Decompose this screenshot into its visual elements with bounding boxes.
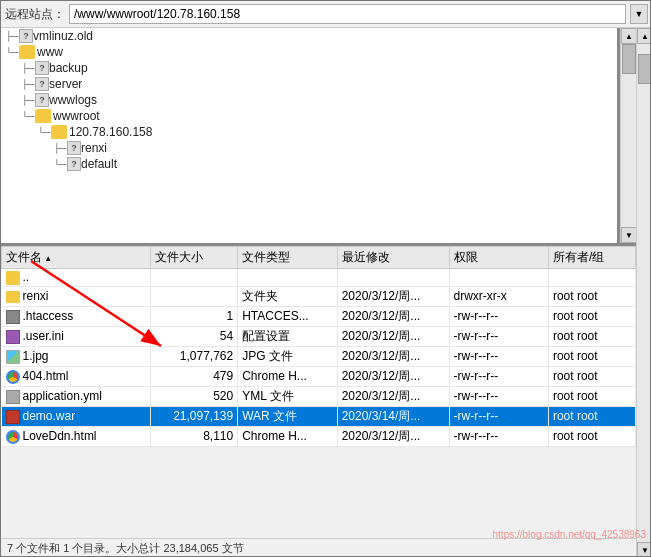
cell-filename: renxi	[2, 286, 151, 306]
file-list-scroll[interactable]: 文件名 文件大小 文件类型 最近修改 权限 所有者/组 ..renxi文件夹20…	[1, 246, 636, 538]
filename-text: demo.war	[23, 409, 76, 423]
filename-text: .user.ini	[23, 329, 64, 343]
remote-path-bar: 远程站点： ▼	[1, 1, 651, 28]
cell-modified: 2020/3/12/周...	[337, 426, 449, 446]
question-icon-wwwlogs: ?	[35, 93, 49, 107]
cell-owner	[548, 269, 635, 287]
expand-backup: ├─	[21, 61, 35, 75]
main-scroll-down[interactable]: ▼	[637, 542, 651, 557]
cell-owner: root root	[548, 406, 635, 426]
yml-icon	[6, 390, 20, 404]
cell-perms: -rw-r--r--	[449, 366, 548, 386]
col-size[interactable]: 文件大小	[151, 247, 238, 269]
path-dropdown-btn[interactable]: ▼	[630, 4, 648, 24]
cell-size: 520	[151, 386, 238, 406]
cell-type: JPG 文件	[238, 346, 337, 366]
up-icon	[6, 271, 20, 285]
cell-owner: root root	[548, 426, 635, 446]
cell-type: WAR 文件	[238, 406, 337, 426]
ini-icon	[6, 330, 20, 344]
cell-modified: 2020/3/12/周...	[337, 306, 449, 326]
expand-www: └─	[5, 45, 19, 59]
cell-filename: .htaccess	[2, 306, 151, 326]
cell-owner: root root	[548, 326, 635, 346]
cell-filename: 1.jpg	[2, 346, 151, 366]
cell-modified: 2020/3/12/周...	[337, 346, 449, 366]
folder-icon-wwwroot	[35, 109, 51, 123]
table-row[interactable]: .htaccess1HTACCES...2020/3/12/周...-rw-r-…	[2, 306, 636, 326]
expand-vmlinuz: ├─	[5, 29, 19, 43]
cell-perms: -rw-r--r--	[449, 386, 548, 406]
tree-item-www[interactable]: └─ www	[1, 44, 617, 60]
tree-item-renxi[interactable]: ├─ ? renxi	[1, 140, 617, 156]
table-row[interactable]: renxi文件夹2020/3/12/周...drwxr-xr-xroot roo…	[2, 286, 636, 306]
cell-type: Chrome H...	[238, 366, 337, 386]
tree-item-server[interactable]: ├─ ? server	[1, 76, 617, 92]
tree-item-vmlinuz[interactable]: ├─ ? vmlinuz.old	[1, 28, 617, 44]
cell-modified: 2020/3/12/周...	[337, 386, 449, 406]
main-scroll-up[interactable]: ▲	[637, 28, 651, 44]
tree-item-backup[interactable]: ├─ ? backup	[1, 60, 617, 76]
question-icon-renxi: ?	[67, 141, 81, 155]
cell-perms: -rw-r--r--	[449, 426, 548, 446]
cell-perms: -rw-r--r--	[449, 326, 548, 346]
cell-perms: -rw-r--r--	[449, 306, 548, 326]
cell-type: HTACCES...	[238, 306, 337, 326]
remote-path-input[interactable]	[69, 4, 626, 24]
image-icon	[6, 350, 20, 364]
main-window: 远程站点： ▼ ├─ ? vmlinuz.old	[0, 0, 651, 557]
cell-modified: 2020/3/12/周...	[337, 326, 449, 346]
tree-item-default[interactable]: └─ ? default	[1, 156, 617, 172]
file-table: 文件名 文件大小 文件类型 最近修改 权限 所有者/组 ..renxi文件夹20…	[1, 246, 636, 447]
chrome-icon	[6, 370, 20, 384]
cell-size: 54	[151, 326, 238, 346]
cell-size: 8,110	[151, 426, 238, 446]
folder-icon	[6, 291, 20, 303]
cell-size: 1,077,762	[151, 346, 238, 366]
tree-scrollbar[interactable]: ▲ ▼	[620, 28, 636, 243]
question-icon-default: ?	[67, 157, 81, 171]
table-row[interactable]: ..	[2, 269, 636, 287]
main-scrollbar[interactable]: ▲ ▼	[636, 28, 651, 557]
filename-text: LoveDdn.html	[23, 429, 97, 443]
col-type[interactable]: 文件类型	[238, 247, 337, 269]
cell-filename: demo.war	[2, 406, 151, 426]
cell-owner: root root	[548, 346, 635, 366]
tree-item-wwwlogs[interactable]: ├─ ? wwwlogs	[1, 92, 617, 108]
cell-perms: -rw-r--r--	[449, 346, 548, 366]
table-row[interactable]: LoveDdn.html8,110Chrome H...2020/3/12/周.…	[2, 426, 636, 446]
tree-item-wwwroot[interactable]: └─ wwwroot	[1, 108, 617, 124]
cell-type: 配置设置	[238, 326, 337, 346]
table-row[interactable]: 404.html479Chrome H...2020/3/12/周...-rw-…	[2, 366, 636, 386]
col-perms[interactable]: 权限	[449, 247, 548, 269]
col-owner[interactable]: 所有者/组	[548, 247, 635, 269]
col-modified[interactable]: 最近修改	[337, 247, 449, 269]
question-icon-vmlinuz: ?	[19, 29, 33, 43]
cell-type: 文件夹	[238, 286, 337, 306]
col-filename[interactable]: 文件名	[2, 247, 151, 269]
cell-perms	[449, 269, 548, 287]
cell-size: 479	[151, 366, 238, 386]
cell-filename: .user.ini	[2, 326, 151, 346]
tree-scroll-track	[621, 44, 636, 227]
cell-size	[151, 269, 238, 287]
table-row[interactable]: .user.ini54配置设置2020/3/12/周...-rw-r--r--r…	[2, 326, 636, 346]
main-scroll-thumb[interactable]	[638, 54, 651, 84]
cell-filename: LoveDdn.html	[2, 426, 151, 446]
cell-owner: root root	[548, 306, 635, 326]
expand-default: └─	[53, 157, 67, 171]
status-text: 7 个文件和 1 个目录。大小总计 23,184,065 文节	[7, 541, 244, 556]
table-row[interactable]: application.yml520YML 文件2020/3/12/周...-r…	[2, 386, 636, 406]
table-row[interactable]: demo.war21,097,139WAR 文件2020/3/14/周...-r…	[2, 406, 636, 426]
tree-scroll-down[interactable]: ▼	[621, 227, 636, 243]
folder-icon-www	[19, 45, 35, 59]
main-scroll-track	[637, 44, 651, 542]
expand-wwwroot: └─	[21, 109, 35, 123]
table-row[interactable]: 1.jpg1,077,762JPG 文件2020/3/12/周...-rw-r-…	[2, 346, 636, 366]
cell-filename: 404.html	[2, 366, 151, 386]
cell-owner: root root	[548, 386, 635, 406]
tree-scroll-thumb[interactable]	[622, 44, 636, 74]
tree-scroll-up[interactable]: ▲	[621, 28, 636, 44]
expand-ip: └─	[37, 125, 51, 139]
tree-item-ip[interactable]: └─ 120.78.160.158	[1, 124, 617, 140]
